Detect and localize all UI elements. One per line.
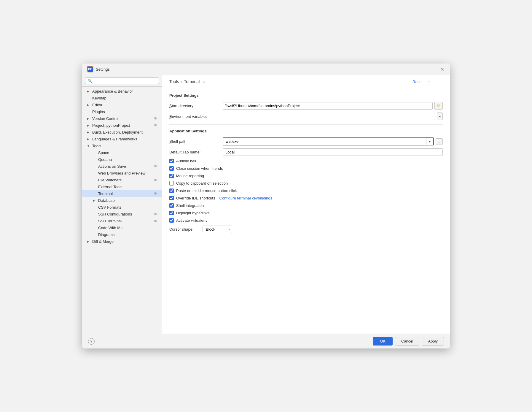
paste-middle-checkbox[interactable] (169, 188, 174, 193)
sidebar-item-label: Diagrams (98, 232, 158, 237)
back-button[interactable]: ← (426, 79, 433, 85)
shell-path-input[interactable] (223, 138, 426, 145)
settings-window: PC Settings ✕ 🔍 ▶ Appearance & Behavior (82, 64, 450, 348)
sidebar-item-plugins[interactable]: Plugins (82, 108, 162, 115)
shell-path-browse-button[interactable]: ... (436, 138, 443, 145)
ok-button[interactable]: OK (373, 337, 393, 346)
env-variables-value: ≡ (223, 112, 443, 120)
sidebar-item-label: Terminal (98, 191, 154, 196)
shell-path-row: Shell path: ▾ ... (169, 137, 443, 145)
default-tab-input[interactable] (223, 148, 443, 156)
chevron-right-icon: ▶ (87, 117, 91, 120)
shell-integration-checkbox[interactable] (169, 203, 174, 208)
sidebar-item-diagrams[interactable]: Diagrams (82, 231, 162, 238)
settings-icon: ⊞ (203, 80, 205, 84)
sidebar-item-keymap[interactable]: Keymap (82, 95, 162, 102)
shell-path-label: Shell path: (169, 139, 223, 144)
close-session-checkbox[interactable] (169, 166, 174, 171)
svg-text:PC: PC (88, 68, 92, 71)
badge-icon: ⊞ (154, 117, 158, 121)
sidebar-item-label: External Tools (98, 185, 158, 189)
audible-bell-checkbox[interactable] (169, 159, 174, 163)
activate-virtualenv-checkbox[interactable] (169, 218, 174, 223)
default-tab-row: Default Tab name: (169, 148, 443, 156)
paste-middle-row: Paste on middle mouse button click (169, 188, 443, 193)
copy-clipboard-label: Copy to clipboard on selection (176, 181, 228, 186)
forward-button[interactable]: → (436, 79, 443, 85)
sidebar-item-diff-merge[interactable]: ▶ Diff & Merge (82, 238, 162, 245)
start-directory-row: Start directory: 📁 (169, 102, 443, 110)
chevron-down-icon: ▼ (87, 144, 91, 148)
chevron-right-icon: ▶ (87, 124, 91, 127)
copy-clipboard-checkbox[interactable] (169, 181, 174, 186)
sidebar-item-appearance[interactable]: ▶ Appearance & Behavior (82, 88, 162, 95)
sidebar-item-actions-on-save[interactable]: Actions on Save ⊞ (82, 163, 162, 170)
mouse-reporting-checkbox[interactable] (169, 174, 174, 178)
sidebar-item-ssh-configurations[interactable]: SSH Configurations ⊞ (82, 211, 162, 218)
close-session-label: Close session when it ends (176, 166, 223, 171)
sidebar-item-terminal[interactable]: Terminal ⊞ (82, 190, 162, 197)
sidebar-item-label: SSH Terminal (98, 219, 154, 223)
cursor-shape-select[interactable]: Block Underline Beam (203, 226, 232, 233)
sidebar-item-label: CSV Formats (98, 205, 158, 210)
reset-button[interactable]: Reset (412, 80, 423, 84)
chevron-right-icon: ▶ (87, 103, 91, 107)
badge-icon: ⊞ (154, 219, 158, 223)
override-ide-row: Override IDE shortcuts Configure termina… (169, 196, 443, 200)
breadcrumb: Tools › Terminal ⊞ (169, 79, 205, 84)
sidebar-item-build[interactable]: ▶ Build, Execution, Deployment (82, 129, 162, 136)
sidebar-item-external-tools[interactable]: External Tools (82, 183, 162, 190)
sidebar-item-label: Database (98, 198, 158, 203)
cursor-shape-row: Cursor shape: Block Underline Beam ▾ (169, 226, 443, 233)
sidebar-item-file-watchers[interactable]: File Watchers ⊞ (82, 177, 162, 183)
sidebar-item-space[interactable]: Space (82, 149, 162, 156)
shell-path-value: ▾ ... (223, 137, 443, 145)
sidebar-item-editor[interactable]: ▶ Editor (82, 102, 162, 108)
badge-icon: ⊞ (154, 164, 158, 169)
search-input[interactable] (94, 79, 156, 83)
env-variables-browse-button[interactable]: ≡ (437, 112, 443, 120)
shell-path-dropdown-button[interactable]: ▾ (426, 138, 433, 145)
override-ide-checkbox[interactable] (169, 196, 174, 200)
configure-keybindings-link[interactable]: Configure terminal keybindings (219, 196, 272, 200)
highlight-hyperlinks-checkbox[interactable] (169, 211, 174, 215)
cancel-button[interactable]: Cancel (395, 337, 419, 346)
cursor-shape-select-wrap: Block Underline Beam ▾ (203, 226, 232, 233)
sidebar-item-label: File Watchers (98, 178, 154, 182)
sidebar-item-label: Project: pythonProject (92, 123, 154, 128)
activate-virtualenv-row: Activate virtualenv (169, 218, 443, 223)
sidebar-item-web-browsers[interactable]: Web Browsers and Preview (82, 170, 162, 177)
sidebar-item-label: Code With Me (98, 226, 158, 230)
paste-middle-label: Paste on middle mouse button click (176, 188, 237, 193)
copy-clipboard-row: Copy to clipboard on selection (169, 181, 443, 186)
sidebar-item-project[interactable]: ▶ Project: pythonProject ⊞ (82, 122, 162, 129)
footer-left: ? (88, 338, 95, 345)
main-content-area: 🔍 ▶ Appearance & Behavior Keymap ▶ (82, 75, 450, 334)
help-button[interactable]: ? (88, 338, 95, 345)
env-variables-input[interactable] (223, 113, 435, 120)
chevron-right-icon: ▶ (93, 199, 97, 202)
close-button[interactable]: ✕ (439, 66, 445, 72)
start-directory-input[interactable] (223, 102, 433, 110)
mouse-reporting-row: Mouse reporting (169, 174, 443, 178)
sidebar: 🔍 ▶ Appearance & Behavior Keymap ▶ (82, 75, 162, 334)
sidebar-item-ssh-terminal[interactable]: SSH Terminal ⊞ (82, 218, 162, 224)
sidebar-item-csv-formats[interactable]: CSV Formats (82, 204, 162, 211)
project-settings-title: Project Settings (169, 93, 443, 98)
main-header: Tools › Terminal ⊞ Reset ← → (162, 75, 450, 87)
start-directory-browse-button[interactable]: 📁 (434, 102, 443, 110)
sidebar-item-database[interactable]: ▶ Database (82, 197, 162, 204)
default-tab-value (223, 148, 443, 156)
sidebar-item-languages[interactable]: ▶ Languages & Frameworks (82, 136, 162, 142)
apply-button[interactable]: Apply (422, 337, 444, 346)
highlight-hyperlinks-label: Highlight hyperlinks (176, 211, 210, 215)
footer-buttons: OK Cancel Apply (373, 337, 444, 346)
sidebar-item-version-control[interactable]: ▶ Version Control ⊞ (82, 115, 162, 122)
shell-path-dropdown: ▾ (223, 137, 434, 145)
shell-integration-label: Shell integration (176, 203, 204, 208)
sidebar-item-code-with-me[interactable]: Code With Me (82, 224, 162, 231)
sidebar-item-tools[interactable]: ▼ Tools (82, 142, 162, 149)
sidebar-item-qodana[interactable]: Qodana (82, 156, 162, 163)
env-variables-row: Environment variables: ≡ (169, 112, 443, 120)
search-icon: 🔍 (88, 79, 92, 83)
